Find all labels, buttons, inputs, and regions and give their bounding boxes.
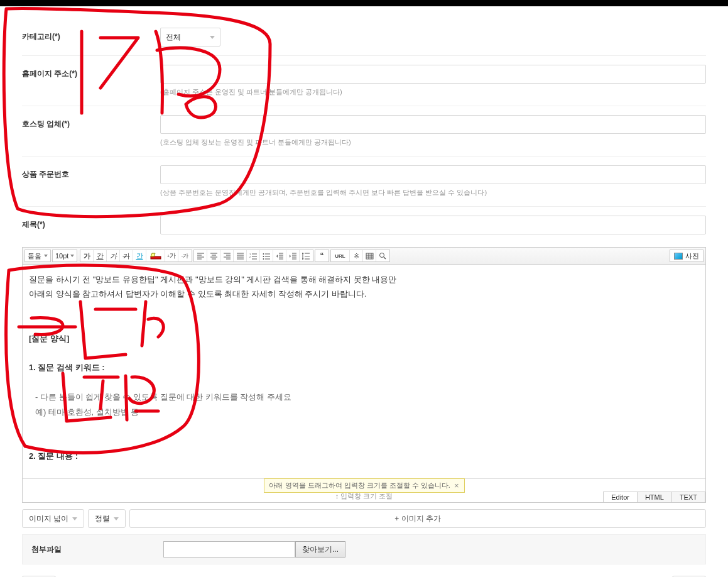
align-center-button[interactable]	[207, 250, 220, 261]
font-family-select[interactable]: 돋움	[24, 250, 51, 262]
underline-button[interactable]: 간	[94, 250, 107, 261]
chevron-down-icon	[114, 517, 119, 520]
outdent-button[interactable]	[273, 250, 286, 261]
unordered-list-button[interactable]	[260, 250, 273, 261]
order-help: (상품 주문번호는 운영진에게만 공개되며, 주문번호를 입력해 주시면 보다 …	[160, 188, 706, 197]
decrease-font-button[interactable]: -가	[178, 250, 192, 261]
photo-icon	[674, 253, 683, 260]
row-title: 제목(*)	[22, 207, 706, 243]
row-category: 카테고리(*) 전체	[22, 19, 706, 56]
label-homepage: 홈페이지 주소(*)	[22, 65, 160, 79]
label-category: 카테고리(*)	[22, 28, 160, 42]
row-order: 상품 주문번호 (상품 주문번호는 운영진에게만 공개되며, 주문번호를 입력해…	[22, 157, 706, 207]
attachment-label: 첨부파일	[31, 544, 163, 555]
rich-text-editor: 돋움 10pt 가 간 가 가 간 +가 -가	[22, 247, 706, 503]
photo-button-label: 사진	[685, 251, 699, 261]
hosting-help: (호스팅 업체 정보는 운영진 및 파트너 분들에게만 공개됩니다)	[160, 138, 706, 147]
svg-rect-0	[151, 256, 161, 259]
form-container: 카테고리(*) 전체 홈페이지 주소(*) (홈페이지 주소는 운영진 및 파트…	[0, 6, 728, 577]
svg-rect-6	[366, 253, 373, 259]
text-style-group: 가 간 가 가 간 +가 -가	[80, 250, 192, 262]
tooltip-close-icon[interactable]: ×	[454, 481, 459, 490]
image-align-label: 정렬	[95, 514, 110, 524]
attachment-row: 첨부파일 찾아보기...	[22, 534, 706, 564]
resize-handle[interactable]: 입력창 크기 조절	[335, 492, 393, 501]
align-justify-button[interactable]	[234, 250, 247, 261]
image-width-select[interactable]: 이미지 넓이	[22, 509, 84, 528]
editor-footer: 아래 영역을 드래그하여 입력창 크기를 조절할 수 있습니다. × 입력창 크…	[23, 478, 705, 502]
browse-button[interactable]: 찾아보기...	[295, 541, 345, 558]
chevron-down-icon	[44, 255, 48, 257]
table-button[interactable]	[363, 250, 376, 261]
indent-button[interactable]	[286, 250, 300, 261]
editor-line: 1. 질문 검색 키워드 :	[29, 360, 699, 375]
title-input[interactable]	[160, 216, 706, 234]
editor-mode-tabs: Editor HTML TEXT	[604, 492, 705, 503]
category-select-value: 전체	[166, 32, 181, 43]
svg-point-4	[263, 256, 264, 257]
editor-toolbar: 돋움 10pt 가 간 가 가 간 +가 -가	[23, 248, 705, 265]
insert-group-1: “	[315, 250, 329, 262]
resize-tooltip: 아래 영역을 드래그하여 입력창 크기를 조절할 수 있습니다. ×	[263, 478, 464, 493]
find-replace-button[interactable]	[376, 250, 389, 261]
url-link-button[interactable]: URL	[331, 250, 350, 261]
insert-photo-button[interactable]: 사진	[670, 250, 704, 262]
label-order: 상품 주문번호	[22, 165, 160, 180]
font-size-value: 10pt	[55, 252, 68, 260]
chevron-down-icon	[72, 517, 77, 520]
label-title: 제목(*)	[22, 216, 160, 230]
add-image-button[interactable]: + 이미지 추가	[129, 509, 706, 528]
tab-editor[interactable]: Editor	[603, 492, 638, 503]
svg-point-7	[380, 253, 384, 258]
resize-tooltip-text: 아래 영역을 드래그하여 입력창 크기를 조절할 수 있습니다.	[269, 481, 450, 490]
italic-button[interactable]: 가	[107, 250, 120, 261]
tab-text[interactable]: TEXT	[671, 492, 705, 503]
order-input[interactable]	[160, 165, 706, 184]
chevron-down-icon	[210, 36, 215, 39]
highlight-color-button[interactable]	[146, 250, 165, 261]
label-hosting: 호스팅 업체(*)	[22, 115, 160, 129]
row-homepage: 홈페이지 주소(*) (홈페이지 주소는 운영진 및 파트너 분들에게만 공개됩…	[22, 56, 706, 106]
image-width-label: 이미지 넓이	[29, 514, 68, 524]
file-browse: 찾아보기...	[163, 541, 345, 558]
align-left-button[interactable]	[194, 250, 207, 261]
homepage-input[interactable]	[160, 65, 706, 84]
category-select[interactable]: 전체	[160, 28, 220, 47]
homepage-help: (홈페이지 주소는 운영진 및 파트너 분들에게만 공개됩니다)	[160, 87, 706, 97]
svg-text:2: 2	[249, 255, 251, 258]
strikethrough-button[interactable]: 가	[120, 250, 133, 261]
special-char-button[interactable]: ※	[350, 250, 363, 261]
align-right-button[interactable]	[220, 250, 234, 261]
editor-line: 2. 질문 내용 :	[29, 449, 699, 463]
increase-font-button[interactable]: +가	[165, 250, 178, 261]
line-height-button[interactable]	[300, 250, 313, 261]
editor-line: 질문을 하시기 전 "망보드 유용한팁" 게시판과 "망보드 강의" 게시판 검…	[29, 272, 699, 287]
insert-group-2: URL ※	[330, 250, 390, 262]
window-topbar	[0, 0, 728, 6]
tab-html[interactable]: HTML	[637, 492, 672, 503]
editor-line: [질문 양식]	[29, 331, 699, 346]
text-color-button[interactable]: 간	[133, 250, 146, 261]
font-size-select[interactable]: 10pt	[52, 250, 77, 262]
row-hosting: 호스팅 업체(*) (호스팅 업체 정보는 운영진 및 파트너 분들에게만 공개…	[22, 106, 706, 157]
font-family-value: 돋움	[28, 251, 41, 261]
paragraph-group: 12	[193, 250, 313, 262]
hosting-input[interactable]	[160, 115, 706, 134]
image-controls-row: 이미지 넓이 정렬 + 이미지 추가	[22, 509, 706, 528]
editor-line: 아래의 양식을 참고하셔서 답변자가 이해할 수 있도록 최대한 자세히 작성해…	[29, 287, 699, 301]
bold-button[interactable]: 가	[80, 250, 94, 261]
svg-point-3	[263, 253, 264, 255]
blockquote-button[interactable]: “	[315, 250, 329, 261]
file-path-field[interactable]	[163, 541, 295, 558]
editor-content[interactable]: 질문을 하시기 전 "망보드 유용한팁" 게시판과 "망보드 강의" 게시판 검…	[23, 265, 705, 478]
editor-line: 예) 테마 호환성, 설치방법 등	[29, 405, 699, 419]
editor-line: - 다른 분들이 쉽게 찾을 수 있도록 질문에 대한 키워드를 작성해 주세요	[29, 390, 699, 404]
svg-point-5	[263, 258, 264, 260]
image-align-select[interactable]: 정렬	[88, 509, 126, 528]
ordered-list-button[interactable]: 12	[247, 250, 260, 261]
chevron-down-icon	[70, 255, 74, 257]
